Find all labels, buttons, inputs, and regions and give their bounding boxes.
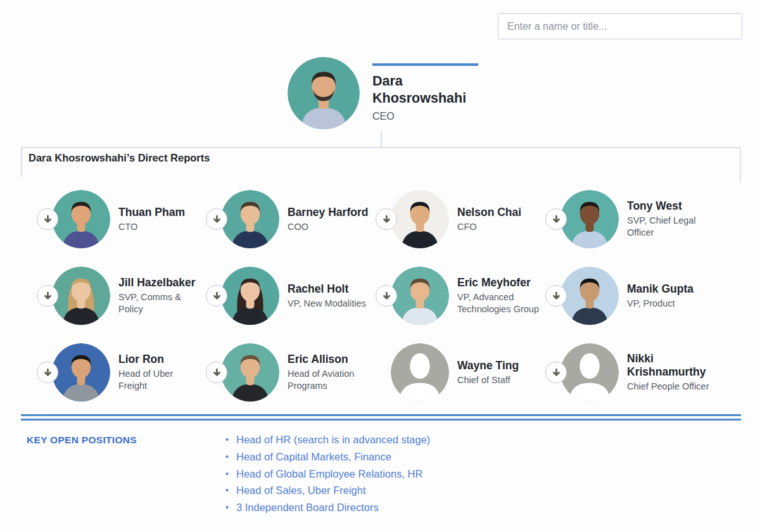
ceo-title: CEO [372, 111, 486, 122]
person-name: Nikki Krishnamurthy [627, 352, 712, 379]
person-text: Jill Hazelbaker SVP, Comms & Policy [118, 276, 204, 315]
person-avatar [52, 267, 110, 325]
person-card[interactable]: Wayne Ting Chief of Staff [374, 341, 543, 403]
person-name: Lior Ron [118, 353, 204, 366]
open-position-item: Head of Capital Markets, Finance [225, 448, 430, 466]
expand-button[interactable] [545, 362, 567, 383]
person-text: Manik Gupta VP, Product [627, 282, 712, 310]
expand-button[interactable] [206, 208, 227, 230]
person-text: Barney Harford COO [288, 206, 374, 233]
person-text: Nelson Chai CFO [457, 206, 543, 233]
ceo-connector-line [381, 130, 382, 147]
person-name: Manik Gupta [627, 282, 712, 296]
org-chart-page: Dara Khosrowshahi CEO Dara Khosrowshahi’… [0, 0, 760, 532]
person-card[interactable]: Eric Allison Head of Aviation Programs [204, 341, 374, 403]
person-name: Tony West [627, 200, 712, 213]
person-card[interactable]: Nikki Krishnamurthy Chief People Officer [543, 341, 712, 403]
person-name: Rachel Holt [288, 282, 374, 296]
person-title: CTO [118, 221, 204, 233]
ceo-avatar [288, 57, 360, 129]
person-name: Eric Allison [288, 353, 374, 366]
divider-rule-top [21, 414, 741, 416]
expand-button[interactable] [206, 362, 227, 383]
arrow-down-icon [212, 214, 222, 225]
person-card[interactable]: Nelson Chai CFO [374, 188, 543, 250]
open-positions-heading: KEY OPEN POSITIONS [27, 434, 137, 446]
person-text: Wayne Ting Chief of Staff [457, 359, 543, 386]
person-title: VP, New Modalities [288, 298, 374, 310]
person-avatar [560, 190, 619, 248]
open-position-item: 3 Independent Board Directors [225, 499, 430, 516]
person-card[interactable]: Manik Gupta VP, Product [543, 265, 712, 327]
person-text: Eric Allison Head of Aviation Programs [288, 353, 374, 392]
ceo-info: Dara Khosrowshahi CEO [372, 63, 486, 122]
person-avatar [560, 343, 619, 402]
person-title: SVP, Comms & Policy [118, 291, 204, 315]
person-name: Wayne Ting [457, 359, 543, 372]
reports-bracket-top [21, 147, 741, 148]
person-title: SVP, Chief Legal Officer [627, 215, 712, 239]
person-text: Thuan Pham CTO [118, 206, 204, 233]
person-card[interactable]: Thuan Pham CTO [35, 188, 204, 250]
expand-button[interactable] [37, 285, 58, 307]
person-avatar [221, 267, 279, 325]
person-name: Eric Meyhofer [457, 276, 543, 289]
expand-button[interactable] [545, 285, 567, 307]
reports-bracket-right [740, 147, 741, 182]
open-position-item: Head of Global Employee Relations, HR [225, 466, 430, 483]
person-avatar [52, 343, 110, 402]
person-text: Eric Meyhofer VP, Advanced Technologies … [457, 276, 543, 315]
open-positions-list: Head of HR (search is in advanced stage)… [225, 431, 430, 516]
person-avatar [221, 190, 279, 248]
person-card[interactable]: Tony West SVP, Chief Legal Officer [543, 188, 712, 250]
person-avatar [391, 343, 449, 402]
arrow-down-icon [212, 367, 222, 378]
person-title: Chief of Staff [457, 374, 543, 386]
arrow-down-icon [42, 367, 53, 378]
person-text: Lior Ron Head of Uber Freight [118, 353, 204, 392]
reports-bracket-left [21, 147, 22, 177]
person-card[interactable]: Eric Meyhofer VP, Advanced Technologies … [374, 265, 543, 327]
ceo-card[interactable]: Dara Khosrowshahi CEO [288, 57, 497, 139]
person-name: Nelson Chai [457, 206, 543, 219]
arrow-down-icon [212, 291, 222, 301]
person-avatar [391, 190, 449, 248]
person-avatar [221, 343, 279, 402]
person-name: Barney Harford [288, 206, 374, 219]
person-card[interactable]: Jill Hazelbaker SVP, Comms & Policy [35, 265, 204, 327]
person-avatar [560, 267, 619, 325]
person-title: Head of Aviation Programs [288, 368, 374, 392]
person-title: VP, Advanced Technologies Group [457, 291, 543, 315]
ceo-name: Dara Khosrowshahi [372, 73, 481, 107]
arrow-down-icon [42, 214, 53, 225]
expand-button[interactable] [206, 285, 227, 307]
person-title: Head of Uber Freight [118, 368, 204, 392]
person-text: Nikki Krishnamurthy Chief People Officer [627, 352, 712, 393]
arrow-down-icon [551, 291, 562, 301]
person-text: Tony West SVP, Chief Legal Officer [627, 200, 712, 239]
search-input[interactable] [498, 13, 742, 39]
open-position-item: Head of Sales, Uber Freight [225, 482, 430, 499]
expand-button[interactable] [545, 208, 567, 230]
person-card[interactable]: Rachel Holt VP, New Modalities [204, 265, 374, 327]
arrow-down-icon [381, 214, 392, 225]
reports-header: Dara Khosrowshahi’s Direct Reports [28, 152, 210, 164]
reports-grid: Thuan Pham CTO Barney Harford COO Nelson… [35, 188, 712, 418]
expand-button[interactable] [37, 208, 58, 230]
arrow-down-icon [551, 214, 562, 225]
expand-button[interactable] [37, 362, 58, 383]
ceo-accent-bar [372, 63, 478, 66]
open-position-item: Head of HR (search is in advanced stage) [225, 431, 430, 448]
expand-button[interactable] [376, 208, 397, 230]
person-name: Thuan Pham [118, 206, 204, 219]
person-title: COO [288, 221, 374, 233]
person-card[interactable]: Barney Harford COO [204, 188, 374, 250]
expand-button[interactable] [376, 285, 397, 307]
person-title: Chief People Officer [627, 381, 712, 393]
arrow-down-icon [42, 291, 53, 301]
person-avatar [391, 267, 449, 325]
person-card[interactable]: Lior Ron Head of Uber Freight [35, 341, 204, 403]
person-text: Rachel Holt VP, New Modalities [288, 282, 374, 310]
person-name: Jill Hazelbaker [118, 276, 204, 289]
arrow-down-icon [551, 367, 562, 378]
